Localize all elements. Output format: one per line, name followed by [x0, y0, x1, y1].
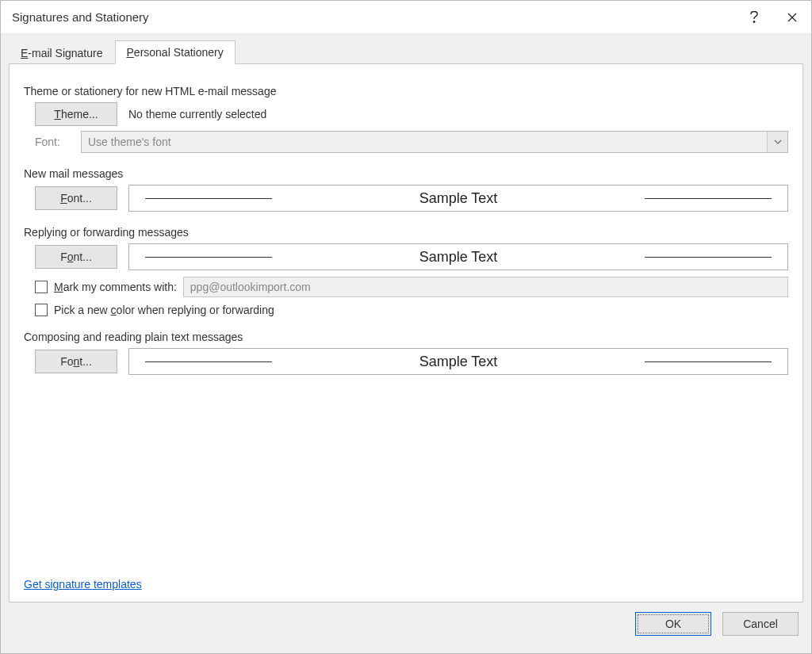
section-reply-fwd-label: Replying or forwarding messages [24, 226, 788, 239]
plain-text-font-button[interactable]: Font... [35, 350, 117, 373]
tab-label: E-mail Signature [21, 47, 103, 59]
button-label: OK [665, 618, 681, 630]
field-value: ppg@outlookimport.com [190, 281, 311, 293]
close-button[interactable] [773, 1, 811, 34]
sample-underline-left [145, 361, 272, 362]
theme-font-dropdown[interactable]: Use theme's font [81, 131, 788, 153]
sample-underline-left [145, 257, 272, 258]
window-title: Signatures and Stationery [12, 10, 735, 24]
pick-color-checkbox[interactable] [35, 304, 48, 316]
plain-text-sample-box: Sample Text [128, 348, 788, 375]
mark-comments-checkbox[interactable] [35, 281, 48, 293]
chevron-down-icon [767, 132, 787, 152]
section-plain-text-label: Composing and reading plain text message… [24, 331, 788, 343]
pick-color-label: Pick a new color when replying or forwar… [54, 304, 274, 316]
tab-label: Personal Stationery [127, 46, 224, 59]
tab-personal-stationery[interactable]: Personal Stationery [115, 40, 236, 64]
svg-point-0 [753, 21, 755, 22]
sample-underline-left [145, 198, 272, 199]
theme-button[interactable]: Theme... [35, 102, 117, 126]
dropdown-value: Use theme's font [88, 136, 171, 148]
new-mail-font-button[interactable]: Font... [35, 186, 117, 210]
new-mail-sample-box: Sample Text [128, 185, 788, 212]
get-signature-templates-link[interactable]: Get signature templates [24, 578, 142, 591]
section-new-mail-label: New mail messages [24, 167, 788, 180]
cancel-button[interactable]: Cancel [722, 612, 799, 636]
sample-underline-right [645, 361, 772, 362]
button-label: Font... [60, 192, 92, 205]
sample-text: Sample Text [419, 249, 498, 266]
tab-email-signature[interactable]: E-mail Signature [9, 41, 115, 64]
button-label: Font... [60, 251, 92, 263]
ok-button[interactable]: OK [635, 612, 711, 636]
button-label: Cancel [743, 618, 778, 630]
reply-fwd-sample-box: Sample Text [128, 243, 788, 270]
reply-fwd-font-button[interactable]: Font... [35, 245, 117, 269]
sample-underline-right [645, 198, 772, 199]
section-theme-label: Theme or stationery for new HTML e-mail … [24, 85, 788, 98]
theme-status-text: No theme currently selected [128, 108, 266, 120]
sample-text: Sample Text [419, 190, 498, 207]
mark-comments-field[interactable]: ppg@outlookimport.com [183, 277, 788, 297]
dialog-footer: OK Cancel [9, 602, 803, 645]
button-label: Font... [60, 355, 92, 368]
sample-underline-right [645, 257, 772, 258]
mark-comments-label: Mark my comments with: [54, 281, 177, 293]
button-label: Theme... [54, 108, 98, 120]
help-button[interactable] [735, 1, 773, 34]
title-bar: Signatures and Stationery [1, 1, 811, 34]
sample-text: Sample Text [419, 354, 498, 370]
dialog-body: E-mail Signature Personal Stationery The… [1, 34, 811, 653]
tab-strip: E-mail Signature Personal Stationery [9, 34, 803, 64]
font-label: Font: [35, 136, 67, 148]
dialog-window: Signatures and Stationery E-mail Signatu… [0, 0, 812, 654]
tab-page-personal-stationery: Theme or stationery for new HTML e-mail … [9, 63, 803, 602]
